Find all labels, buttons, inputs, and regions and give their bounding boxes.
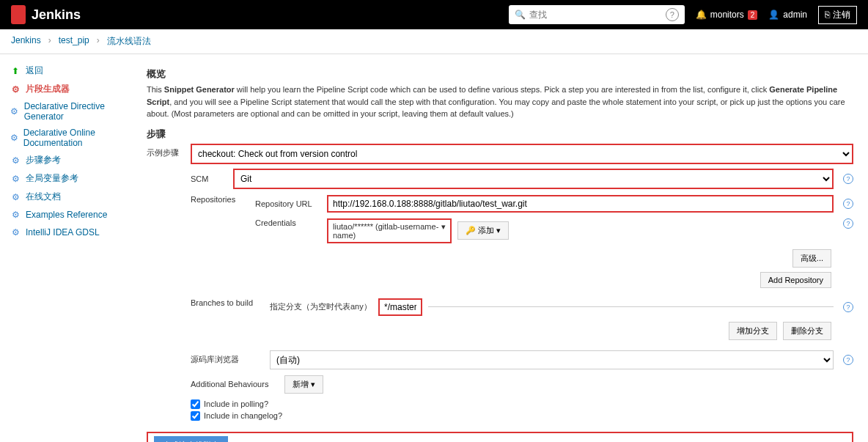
credentials-label: Credentials [255, 218, 321, 227]
additional-behaviours-button[interactable]: 新增 ▾ [284, 375, 323, 394]
sidebar-item-snippet[interactable]: ⚙ 片段生成器 [4, 80, 136, 98]
script-section: 生成流水线脚本 checkout([$class: 'GitSCM', bran… [147, 432, 853, 443]
branches-label: Branches to build [191, 298, 264, 307]
logout-icon: ⎘ [825, 10, 830, 20]
search-help-icon[interactable]: ? [666, 8, 679, 21]
logout-button[interactable]: ⎘ 注销 [818, 6, 857, 24]
generate-script-button[interactable]: 生成流水线脚本 [154, 436, 228, 443]
scm-select[interactable]: Git [233, 169, 834, 189]
add-repository-button[interactable]: Add Repository [760, 272, 831, 288]
monitors-link[interactable]: 🔔 monitors 2 [696, 10, 758, 20]
search-icon: 🔍 [515, 10, 526, 20]
help-icon[interactable]: ? [843, 218, 853, 229]
branch-spec-label: 指定分支（为空时代表any） [270, 301, 372, 312]
additional-label: Additional Behaviours [191, 380, 279, 388]
repo-browser-select[interactable]: (自动) [270, 350, 834, 369]
intro-text: This Snippet Generator will help you lea… [147, 84, 853, 120]
advanced-button[interactable]: 高级... [792, 249, 831, 268]
sidebar-item-declarative-docs[interactable]: ⚙ Declarative Online Documentation [4, 125, 136, 151]
sample-step-label: 示例步骤 [147, 144, 191, 158]
breadcrumb-item[interactable]: Jenkins [11, 35, 41, 48]
sidebar-item-back[interactable]: ⬆ 返回 [4, 62, 136, 80]
user-link[interactable]: 👤 admin [768, 10, 807, 20]
gear-icon: ⚙ [10, 84, 21, 95]
delete-branch-button[interactable]: 删除分支 [783, 322, 831, 340]
chevron-down-icon: ▾ [441, 222, 446, 240]
sidebar-item-examples[interactable]: ⚙ Examples Reference [4, 206, 136, 224]
gear-icon: ⚙ [10, 155, 21, 166]
sample-step-select[interactable]: checkout: Check out from version control [191, 144, 853, 164]
breadcrumb-item[interactable]: test_pip [59, 35, 89, 48]
add-credentials-button[interactable]: 🔑 添加 ▾ [457, 221, 509, 240]
gear-icon: ⚙ [10, 173, 21, 185]
search-box[interactable]: 🔍 ? [509, 5, 685, 24]
sidebar-item-steps-ref[interactable]: ⚙ 步骤参考 [4, 151, 136, 169]
include-polling-label: Include in polling? [204, 399, 268, 408]
include-polling-checkbox[interactable] [191, 399, 200, 409]
main-content: 概览 This Snippet Generator will help you … [139, 54, 868, 442]
jenkins-logo-icon [11, 5, 26, 24]
bell-icon: 🔔 [696, 10, 707, 20]
user-icon: 👤 [768, 10, 779, 20]
monitors-badge: 2 [748, 10, 758, 20]
branch-input[interactable] [378, 298, 422, 316]
sidebar-item-online-docs[interactable]: ⚙ 在线文档 [4, 188, 136, 206]
repositories-label: Repositories [191, 195, 249, 204]
sidebar-item-directive[interactable]: ⚙ Declarative Directive Generator [4, 98, 136, 125]
sidebar: ⬆ 返回 ⚙ 片段生成器 ⚙ Declarative Directive Gen… [0, 54, 139, 442]
include-changelog-checkbox[interactable] [191, 411, 200, 421]
gear-icon: ⚙ [10, 106, 20, 117]
sidebar-item-global-vars[interactable]: ⚙ 全局变量参考 [4, 169, 136, 188]
gear-icon: ⚙ [10, 209, 21, 221]
scm-label: SCM [191, 174, 227, 183]
credentials-select[interactable]: liutao/****** (gitlab-username-name)▾ [327, 218, 452, 243]
breadcrumb-item[interactable]: 流水线语法 [107, 35, 151, 48]
repo-url-input[interactable] [327, 195, 834, 213]
jenkins-title: Jenkins [32, 7, 81, 23]
sidebar-item-gdsl[interactable]: ⚙ IntelliJ IDEA GDSL [4, 224, 136, 241]
brand[interactable]: Jenkins [11, 5, 81, 24]
repo-url-label: Repository URL [255, 199, 321, 208]
gear-icon: ⚙ [10, 191, 21, 203]
help-icon[interactable]: ? [843, 174, 853, 184]
help-icon[interactable]: ? [843, 355, 853, 365]
breadcrumb: Jenkins › test_pip › 流水线语法 [0, 29, 868, 54]
help-icon[interactable]: ? [843, 302, 853, 312]
top-navbar: Jenkins 🔍 ? 🔔 monitors 2 👤 admin ⎘ 注销 [0, 0, 868, 29]
gear-icon: ⚙ [10, 132, 19, 144]
repo-browser-label: 源码库浏览器 [191, 354, 264, 365]
add-branch-button[interactable]: 增加分支 [729, 322, 777, 340]
overview-title: 概览 [147, 67, 853, 81]
include-changelog-label: Include in changelog? [204, 411, 282, 420]
steps-title: 步骤 [147, 128, 853, 141]
help-icon[interactable]: ? [843, 199, 853, 209]
arrow-up-icon: ⬆ [10, 65, 21, 77]
search-input[interactable] [529, 10, 662, 20]
gear-icon: ⚙ [10, 226, 21, 238]
